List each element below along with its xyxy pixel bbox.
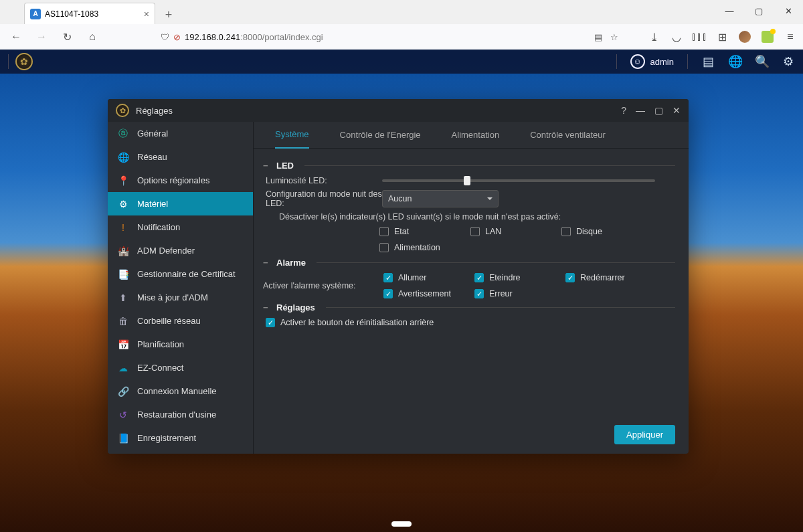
extensions-icon[interactable]: [762, 31, 774, 43]
globe-icon[interactable]: 🌐: [728, 54, 741, 69]
sidebar-item-label: Planification: [137, 339, 184, 349]
tab-contr-le-ventilateur[interactable]: Contrôle ventilateur: [530, 122, 606, 149]
search-icon[interactable]: 🔍: [755, 54, 768, 69]
tabs: SystèmeContrôle de l'EnergieAlimentation…: [254, 122, 689, 149]
check-reset-button[interactable]: ✓ Activer le bouton de réinitialisation …: [263, 318, 675, 327]
section-alarme: Alarme: [263, 258, 675, 268]
night-mode-label: Configuration du mode nuit des LED:: [266, 189, 382, 208]
sidebar-icon: 🗑: [117, 315, 129, 327]
browser-toolbar: ← → ↻ ⌂ 🛡 ⊘ 192.168.0.241:8000/portal/in…: [0, 24, 803, 50]
sidebar-icon: 📘: [117, 432, 129, 444]
section-led: LED: [263, 161, 675, 171]
toolbar-icons: ⤓ ◡ ⫿⫿⫿ ⊞ ≡: [648, 31, 796, 43]
sidebar-item-options-r-gionales[interactable]: 📍Options régionales: [108, 169, 253, 192]
sidebar-item-notification[interactable]: !Notification: [108, 215, 253, 239]
user-avatar-icon: ☺: [630, 54, 645, 69]
window-maximize-button[interactable]: ▢: [654, 105, 663, 116]
sidebar-item-gestionnaire-de-certificat[interactable]: 📑Gestionnaire de Certificat: [108, 262, 253, 286]
sidebar-icon: 📅: [117, 339, 129, 351]
library-icon[interactable]: ⫿⫿⫿: [693, 31, 705, 43]
settings-sliders-icon[interactable]: ⚙: [782, 54, 795, 69]
sidebar-item-label: Notification: [137, 222, 180, 232]
sidebar-item-connexion-manuelle[interactable]: 🔗Connexion Manuelle: [108, 379, 253, 403]
check-lan[interactable]: LAN: [470, 227, 561, 236]
menu-icon[interactable]: ≡: [784, 31, 796, 43]
night-mode-select[interactable]: Aucun: [382, 190, 499, 207]
address-bar[interactable]: 🛡 ⊘ 192.168.0.241:8000/portal/index.cgi …: [155, 27, 628, 47]
reader-mode-icon[interactable]: ▤: [594, 32, 602, 42]
browser-tab[interactable]: A AS1104T-1083 ×: [24, 3, 155, 24]
minimize-button[interactable]: ―: [715, 0, 744, 21]
check-disque[interactable]: Disque: [561, 227, 652, 236]
sidebar-item-restauration-d-usine[interactable]: ↺Restauration d'usine: [108, 403, 253, 426]
help-button[interactable]: ?: [621, 105, 626, 116]
tab-close-icon[interactable]: ×: [144, 9, 149, 19]
sidebar-item-corbeille-r-seau[interactable]: 🗑Corbeille réseau: [108, 309, 253, 333]
tab-title: AS1104T-1083: [45, 9, 98, 19]
window-minimize-button[interactable]: ―: [636, 105, 645, 116]
home-button[interactable]: ⌂: [83, 27, 102, 46]
taskbar-settings-icon[interactable]: ✿: [15, 53, 33, 70]
new-tab-button[interactable]: +: [159, 5, 178, 24]
close-button[interactable]: ✕: [774, 0, 803, 21]
settings-sidebar: ⓐGénéral🌐Réseau📍Options régionales⚙Matér…: [108, 122, 254, 454]
brightness-label: Luminosité LED:: [266, 176, 382, 185]
window-close-button[interactable]: ✕: [673, 105, 681, 116]
check-allumer[interactable]: ✓Allumer: [383, 273, 474, 282]
settings-titlebar[interactable]: ✿ Réglages ? ― ▢ ✕: [108, 99, 689, 122]
user-chip[interactable]: ☺ admin: [630, 54, 674, 69]
tab-syst-me[interactable]: Système: [275, 122, 309, 149]
alarm-enable-label: Activer l'alarme système:: [263, 281, 383, 290]
sidebar-item-label: Restauration d'usine: [137, 410, 216, 420]
sidebar-item-label: ADM Defender: [137, 246, 195, 256]
sidebar-item-label: Connexion Manuelle: [137, 386, 217, 396]
check-alimentation[interactable]: Alimentation: [379, 243, 470, 252]
bookmark-star-icon[interactable]: ☆: [610, 32, 618, 42]
chat-icon[interactable]: ▤: [701, 54, 715, 69]
url-host: 192.168.0.241: [185, 32, 240, 42]
disable-led-note: Désactiver le(s) indicateur(s) LED suiva…: [263, 212, 675, 221]
sidebar-item-planification[interactable]: 📅Planification: [108, 333, 253, 356]
forward-button[interactable]: →: [32, 27, 51, 46]
check-redemarrer[interactable]: ✓Redémarrer: [565, 273, 656, 282]
lock-crossed-icon: ⊘: [173, 32, 181, 42]
sidebar-icon: ↺: [117, 409, 129, 421]
section-reglages: Réglages: [263, 302, 675, 313]
sidebar-item-mat-riel[interactable]: ⚙Matériel: [108, 192, 253, 215]
shield-icon: 🛡: [161, 32, 169, 42]
sidebar-icon: ⓐ: [117, 128, 129, 140]
url-path: :8000/portal/index.cgi: [240, 32, 323, 42]
check-etat[interactable]: Etat: [379, 227, 470, 236]
sidebar-item-label: Réseau: [137, 152, 167, 162]
sidebar-item-g-n-ral[interactable]: ⓐGénéral: [108, 122, 253, 145]
brightness-slider[interactable]: [382, 179, 655, 182]
sidebar-icon: !: [117, 221, 129, 234]
sidebar-item-enregistrement[interactable]: 📘Enregistrement: [108, 426, 253, 450]
maximize-button[interactable]: ▢: [744, 0, 774, 21]
sidebar-icon: 📍: [117, 175, 129, 187]
sidebar-icon: ⬆: [117, 292, 129, 304]
pocket-icon[interactable]: ◡: [671, 31, 683, 43]
sidebar-item-ez-connect[interactable]: ☁EZ-Connect: [108, 356, 253, 379]
check-eteindre[interactable]: ✓Eteindre: [474, 273, 565, 282]
slider-thumb[interactable]: [464, 176, 470, 185]
sidebar-item-r-seau[interactable]: 🌐Réseau: [108, 145, 253, 169]
grid-icon[interactable]: ⊞: [716, 31, 728, 43]
profile-avatar-icon[interactable]: [739, 31, 751, 43]
sidebar-item-adm-defender[interactable]: 🏰ADM Defender: [108, 239, 253, 262]
tab-contr-le-de-l-energie[interactable]: Contrôle de l'Energie: [340, 122, 421, 149]
sidebar-item-mise-jour-d-adm[interactable]: ⬆Mise à jour d'ADM: [108, 286, 253, 309]
username-label: admin: [650, 57, 674, 67]
sidebar-icon: ⚙: [117, 198, 129, 210]
sidebar-icon: 🏰: [117, 245, 129, 257]
back-button[interactable]: ←: [7, 27, 25, 46]
save-page-icon[interactable]: ⤓: [648, 31, 660, 43]
apply-button[interactable]: Appliquer: [614, 425, 675, 444]
check-avertissement[interactable]: ✓Avertissement: [383, 289, 474, 298]
check-erreur[interactable]: ✓Erreur: [474, 289, 565, 298]
dock-handle[interactable]: [391, 521, 412, 527]
tab-alimentation[interactable]: Alimentation: [452, 122, 500, 149]
app-taskbar: ✿ ☺ admin ▤ 🌐 🔍 ⚙: [0, 50, 803, 74]
app-desktop: ✿ ☺ admin ▤ 🌐 🔍 ⚙ ✿ Réglages ? ― ▢ ✕: [0, 50, 803, 532]
reload-button[interactable]: ↻: [58, 27, 76, 46]
